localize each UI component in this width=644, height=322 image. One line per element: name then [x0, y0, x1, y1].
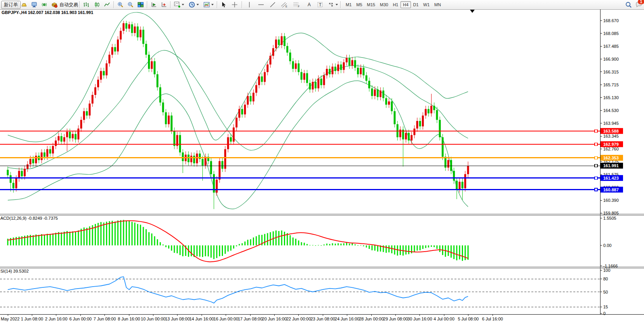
- zoom-in-button[interactable]: [117, 0, 124, 9]
- svg-text:A: A: [308, 2, 311, 7]
- timeframe-button-M30[interactable]: M30: [378, 1, 390, 8]
- trendline-tool[interactable]: [269, 0, 277, 9]
- arrows-caret: [336, 4, 338, 5]
- timeframe-button-W1[interactable]: W1: [421, 1, 432, 8]
- candlestick-chart-icon: [93, 1, 101, 9]
- svg-text:23 Jun 08:00: 23 Jun 08:00: [310, 317, 335, 321]
- indicators-caret: [182, 4, 184, 5]
- timeframe-button-M5[interactable]: M5: [354, 1, 364, 8]
- horizontal-level-lines[interactable]: [0, 130, 600, 191]
- svg-text:10 Jun 00:00: 10 Jun 00:00: [141, 317, 166, 321]
- svg-text:6 Jul 16:00: 6 Jul 16:00: [482, 317, 503, 321]
- timeframe-button-H4[interactable]: H4: [400, 1, 411, 8]
- chart-shift-icon: [160, 1, 168, 9]
- bar-chart-button[interactable]: [82, 0, 90, 9]
- vertical-line-icon: [245, 1, 253, 9]
- svg-text:15: 15: [603, 304, 608, 309]
- templates-button[interactable]: [203, 0, 214, 9]
- arrows-tool[interactable]: [327, 0, 338, 9]
- svg-text:161.991: 161.991: [603, 163, 619, 168]
- chart-shift-button[interactable]: [160, 0, 168, 9]
- timeframe-button-M1[interactable]: M1: [343, 1, 354, 8]
- svg-text:168.085: 168.085: [603, 31, 619, 36]
- terminal-icon: [30, 1, 38, 9]
- zoom-in-icon: [117, 1, 124, 9]
- svg-text:163.588: 163.588: [603, 129, 619, 133]
- fibonacci-tool[interactable]: F: [293, 0, 301, 9]
- svg-text:8 Jun 16:00: 8 Jun 16:00: [118, 317, 140, 321]
- auto-trading-icon: [50, 1, 58, 9]
- text-label-tool[interactable]: T: [316, 0, 324, 9]
- crosshair-button[interactable]: [231, 0, 238, 9]
- auto-scroll-button[interactable]: [150, 0, 158, 9]
- cursor-icon: [220, 1, 228, 9]
- templates-icon: [203, 1, 211, 9]
- timeframe-button-M15[interactable]: M15: [365, 1, 378, 8]
- bar-chart-icon: [82, 1, 90, 9]
- horizontal-line-icon: [257, 1, 265, 9]
- svg-text:28 Jun 00:00: 28 Jun 00:00: [359, 317, 384, 321]
- svg-text:162.353: 162.353: [603, 156, 619, 160]
- svg-text:5 Jul 08:00: 5 Jul 08:00: [458, 317, 479, 321]
- chart-shift-marker[interactable]: [470, 10, 475, 13]
- svg-text:29 Jun 08:00: 29 Jun 08:00: [383, 317, 408, 321]
- candlestick-series: [7, 21, 469, 209]
- svg-text:E: E: [285, 5, 287, 8]
- svg-text:24 Jun 16:00: 24 Jun 16:00: [335, 317, 360, 321]
- svg-text:T: T: [319, 2, 322, 7]
- signal-icon: [40, 1, 48, 9]
- svg-text:168.670: 168.670: [603, 18, 619, 23]
- cursor-button[interactable]: [220, 0, 228, 9]
- toolbar-separator: [113, 1, 114, 8]
- signal-button[interactable]: [40, 0, 48, 9]
- toolbar: 新订单 自动交易: [0, 0, 644, 10]
- chat-button[interactable]: 1: [635, 0, 642, 9]
- trendline-icon: [269, 1, 277, 9]
- svg-text:F: F: [298, 5, 299, 8]
- svg-text:1.5505: 1.5505: [603, 216, 616, 220]
- vertical-line-tool[interactable]: [245, 0, 253, 9]
- tile-windows-button[interactable]: [137, 0, 144, 9]
- equidistant-channel-tool[interactable]: E: [280, 0, 288, 9]
- svg-text:167.485: 167.485: [603, 44, 619, 49]
- chart-canvas[interactable]: 168.670168.085167.485166.900166.315165.7…: [0, 9, 644, 322]
- toolbar-separator: [242, 1, 242, 8]
- ingot-button[interactable]: [20, 0, 28, 9]
- rsi-levels: [0, 279, 600, 307]
- terminal-button[interactable]: [30, 0, 38, 9]
- auto-trading-button[interactable]: 自动交易: [50, 0, 78, 9]
- svg-text:161.423: 161.423: [603, 176, 619, 180]
- price-axis[interactable]: 168.670168.085167.485166.900166.315165.7…: [600, 18, 623, 215]
- rsi-axis: 1008050150: [600, 268, 610, 316]
- auto-scroll-icon: [150, 1, 158, 9]
- timeframe-button-H1[interactable]: H1: [390, 1, 400, 8]
- svg-text:100: 100: [603, 268, 610, 273]
- periods-button[interactable]: [188, 0, 199, 9]
- zoom-out-button[interactable]: [127, 0, 134, 9]
- fibonacci-icon: F: [293, 1, 301, 9]
- line-chart-button[interactable]: [103, 0, 111, 9]
- text-label-icon: T: [316, 1, 324, 9]
- time-axis[interactable]: May 20221 Jun 08:002 Jun 16:006 Jun 00:0…: [1, 314, 503, 321]
- timeframe-button-D1[interactable]: D1: [411, 1, 421, 8]
- tile-windows-icon: [137, 1, 144, 9]
- macd-signal-line: [8, 221, 468, 262]
- indicators-icon: [173, 1, 181, 9]
- chat-icon: 1: [635, 1, 642, 9]
- text-tool[interactable]: A: [305, 0, 313, 9]
- timeframe-bar: M1M5M15M30H1H4D1W1MN: [343, 0, 443, 9]
- periods-caret: [197, 4, 199, 5]
- svg-text:30 Jun 16:00: 30 Jun 16:00: [407, 317, 432, 321]
- indicators-button[interactable]: [173, 0, 184, 9]
- horizontal-line-tool[interactable]: [257, 0, 265, 9]
- svg-text:0.00: 0.00: [603, 243, 611, 248]
- search-icon: [625, 1, 632, 9]
- timeframe-button-MN[interactable]: MN: [432, 1, 443, 8]
- equidistant-channel-icon: E: [280, 1, 288, 9]
- candlestick-chart-button[interactable]: [93, 0, 101, 9]
- line-chart-icon: [103, 1, 111, 9]
- arrows-icon: [327, 1, 335, 9]
- svg-text:4 Jul 00:00: 4 Jul 00:00: [433, 317, 454, 321]
- search-button[interactable]: [625, 0, 632, 9]
- macd-histogram: [7, 220, 469, 261]
